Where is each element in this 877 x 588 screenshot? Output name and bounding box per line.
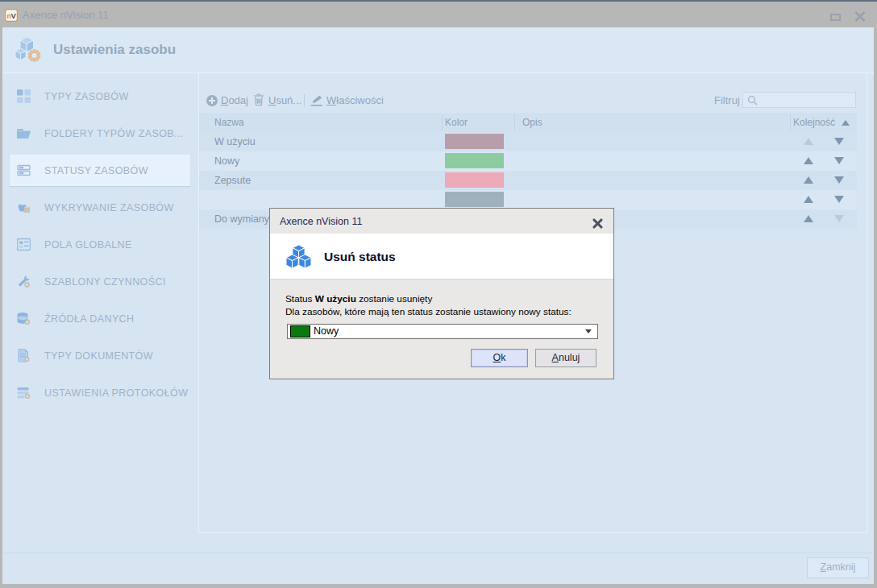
svg-text:V: V	[10, 11, 16, 20]
